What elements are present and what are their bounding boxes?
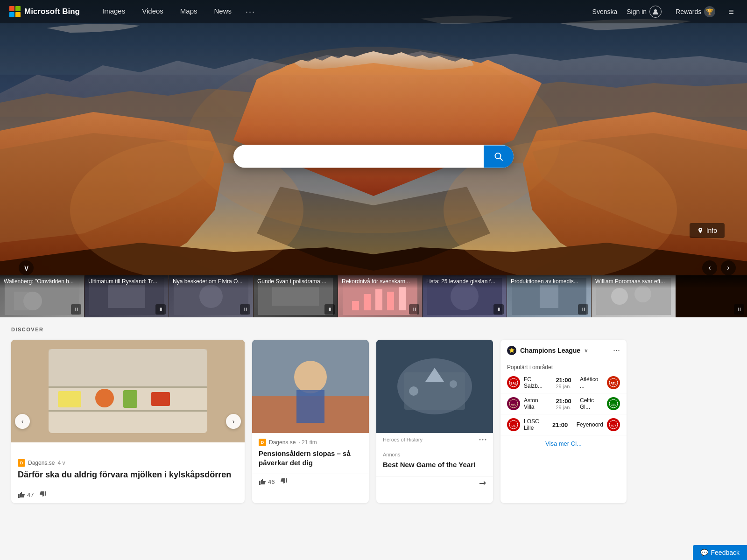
news-title-2: Ultimatum till Ryssland: Tr...	[85, 275, 169, 288]
card-2-dislike-button[interactable]	[280, 478, 288, 485]
carousel-prev-button[interactable]: ‹	[15, 414, 30, 429]
rewards-button[interactable]: Rewards 🏆	[671, 3, 720, 20]
svg-rect-31	[49, 349, 207, 386]
svg-rect-36	[123, 390, 137, 408]
discover-card-1[interactable]: ‹	[11, 340, 245, 503]
nav-link-videos[interactable]: Videos	[134, 0, 172, 23]
search-button[interactable]	[484, 145, 514, 168]
discover-card-2[interactable]: D Dagens.se · 21 tim Pensionsåldern slop…	[252, 340, 369, 503]
signin-button[interactable]: Sign in	[622, 3, 666, 21]
hero-next-button[interactable]: ›	[721, 260, 736, 275]
see-more-sports-link[interactable]: Visa mer Cl...	[500, 435, 627, 452]
match-home-2: AVL Aston Villa	[507, 397, 547, 410]
sports-more-button[interactable]: ···	[613, 345, 620, 355]
svg-rect-19	[375, 289, 382, 310]
svg-text:FEY: FEY	[611, 424, 616, 427]
nav-link-images[interactable]: Images	[94, 0, 134, 23]
card-3-external-link[interactable]	[479, 480, 486, 488]
news-item-5[interactable]: Rekordnivå för svenskarn... ⏸	[338, 275, 423, 317]
brand-logo[interactable]: Microsoft Bing	[9, 6, 80, 17]
card-1-dislike-button[interactable]	[39, 491, 47, 498]
nav-more-button[interactable]: ···	[240, 0, 261, 23]
card-3-title: Best New Game of the Year!	[383, 460, 486, 469]
match-time-display-1: 21:00	[547, 377, 580, 384]
news-item-7[interactable]: Produktionen av komedis... ⏸	[507, 275, 592, 317]
card-1-source-icon: D	[18, 459, 25, 467]
scroll-down-button[interactable]: ∨	[19, 260, 34, 275]
news-item-2[interactable]: Ultimatum till Ryssland: Tr... ⏸	[85, 275, 169, 317]
news-item-1[interactable]: Wallenberg: "Omvärlden h... ⏸	[0, 275, 85, 317]
svg-rect-37	[151, 392, 170, 406]
match-row-2[interactable]: AVL Aston Villa 21:00 29 jan. Celtic Gl.…	[500, 393, 627, 414]
match-row-3[interactable]: LIL LOSC Lille 21:00 Feyenoord	[500, 414, 627, 435]
sports-chevron-icon[interactable]: ∨	[584, 347, 588, 354]
navbar-right: Svenska Sign in Rewards 🏆 ≡	[592, 3, 738, 21]
news-title-5: Rekordnivå för svenskarn...	[338, 275, 422, 288]
language-selector[interactable]: Svenska	[592, 8, 618, 15]
rewards-label: Rewards	[676, 8, 701, 15]
team-logo-feyenoord: FEY	[607, 418, 620, 431]
svg-point-50	[482, 439, 484, 441]
team-logo-aston-villa: AVL	[507, 397, 520, 410]
news-pause-btn-5[interactable]: ⏸	[409, 304, 419, 315]
card-2-title: Pensionsåldern slopas – så påverkar det …	[259, 449, 362, 467]
dot-6	[46, 446, 49, 450]
card-3-image	[376, 340, 493, 433]
news-pause-btn-3[interactable]: ⏸	[240, 304, 250, 315]
svg-rect-15	[272, 287, 319, 306]
card-2-svg	[252, 340, 369, 433]
team-name-lille: LOSC Lille	[524, 418, 544, 431]
match-away-2: Celtic Gl... CEL	[580, 397, 620, 410]
brand-name: Microsoft Bing	[24, 7, 80, 16]
salzburg-crest: SAL	[509, 378, 518, 387]
team-name-atletico: Atlético ...	[580, 376, 603, 389]
signin-avatar-icon	[649, 6, 662, 18]
dot-7	[51, 446, 55, 450]
discover-label: DISCOVER	[11, 327, 736, 332]
svg-point-49	[479, 439, 481, 441]
match-time-2: 21:00 29 jan.	[547, 398, 580, 410]
news-pause-btn-2[interactable]: ⏸	[155, 304, 166, 315]
news-item-3[interactable]: Nya beskedet om Elvira Ö... ⏸	[169, 275, 254, 317]
hero-info-button[interactable]: Info	[690, 223, 725, 238]
card-1-actions: 47	[11, 487, 245, 503]
dot-5	[40, 446, 44, 450]
card-3-svg	[376, 340, 493, 433]
hamburger-menu-button[interactable]: ≡	[725, 3, 738, 21]
carousel-next-button[interactable]: ›	[226, 414, 241, 429]
card-1-like-button[interactable]: 47	[18, 491, 34, 498]
news-title-6: Lista: 25 levande gisslan f...	[423, 275, 507, 288]
card-2-like-button[interactable]: 46	[259, 478, 275, 485]
discover-card-3[interactable]: Heroes of History Annons Best New Game o…	[376, 340, 493, 503]
match-date-2: 29 jan.	[547, 405, 580, 410]
news-pause-btn-7[interactable]: ⏸	[578, 304, 588, 315]
feyenoord-crest: FEY	[609, 420, 618, 429]
news-title-4: Gunde Svan i polisdrama:...	[254, 275, 338, 288]
team-name-aston-villa: Aston Villa	[524, 397, 547, 410]
hero-prev-button[interactable]: ‹	[702, 260, 717, 275]
lille-crest: LIL	[509, 420, 518, 429]
match-row-1[interactable]: SAL FC Salzb... 21:00 29 jan. Atlético .…	[500, 372, 627, 393]
search-box	[233, 145, 514, 168]
feedback-button[interactable]: 💬 Feedback	[693, 545, 747, 560]
card-1-title: Därför ska du aldrig förvara mjölken i k…	[18, 469, 238, 480]
news-item-8[interactable]: William Poromaas svar eft... ⏸	[592, 275, 747, 317]
card-1-body: D Dagens.se 4 v Därför ska du aldrig för…	[11, 454, 245, 487]
news-pause-btn-8[interactable]: ⏸	[734, 304, 744, 315]
news-item-6[interactable]: Lista: 25 levande gisslan f... ⏸	[423, 275, 507, 317]
discover-grid: ‹	[11, 340, 736, 503]
nav-link-news[interactable]: News	[206, 0, 240, 23]
match-time-display-3: 21:00	[544, 421, 577, 428]
news-pause-btn-6[interactable]: ⏸	[493, 304, 504, 315]
info-label: Info	[706, 227, 717, 234]
news-pause-btn-4[interactable]: ⏸	[324, 304, 335, 315]
svg-rect-9	[14, 292, 33, 310]
news-pause-btn-1[interactable]: ⏸	[71, 304, 81, 315]
news-item-4[interactable]: Gunde Svan i polisdrama:... ⏸	[254, 275, 338, 317]
team-logo-salzburg: SAL	[507, 376, 520, 389]
feedback-label: Feedback	[711, 549, 740, 556]
card-3-annons: Annons	[383, 452, 486, 457]
sports-league-name: Champions League	[520, 347, 580, 354]
search-input[interactable]	[233, 145, 484, 168]
nav-link-maps[interactable]: Maps	[172, 0, 206, 23]
